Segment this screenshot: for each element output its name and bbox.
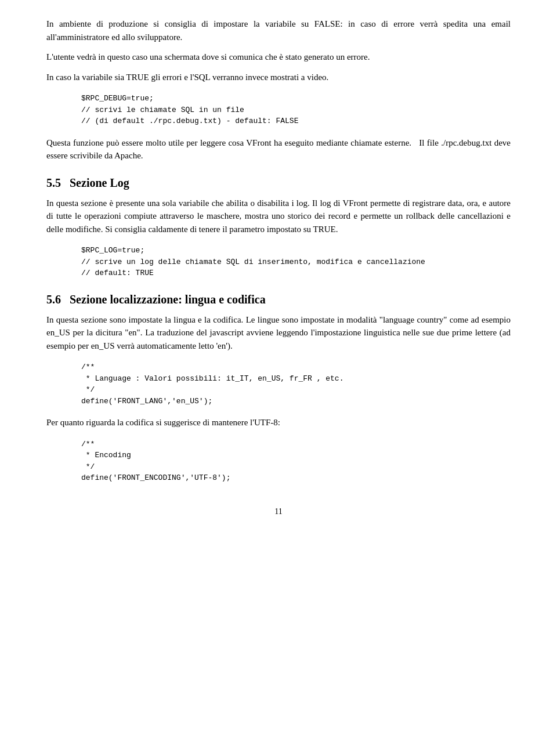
code-block-2: $RPC_LOG=true; // scrive un log delle ch…: [81, 245, 511, 279]
paragraph-1: In ambiente di produzione si consiglia d…: [46, 17, 511, 44]
page-content: In ambiente di produzione si consiglia d…: [0, 0, 557, 756]
paragraph-4: Questa funzione può essere molto utile p…: [46, 136, 511, 162]
section-56-heading: 5.6 Sezione localizzazione: lingua e cod…: [46, 293, 511, 306]
section-55-number: 5.5: [46, 176, 61, 189]
paragraph-6: In questa sezione sono impostate la ling…: [46, 313, 511, 353]
paragraph-7: Per quanto riguarda la codifica si sugge…: [46, 416, 511, 429]
paragraph-2: L'utente vedrà in questo caso una scherm…: [46, 50, 511, 64]
section-56-title: Sezione localizzazione: lingua e codific…: [70, 293, 266, 306]
section-56-number: 5.6: [46, 293, 61, 306]
section-55-heading: 5.5 Sezione Log: [46, 176, 511, 190]
code-block-1: $RPC_DEBUG=true; // scrivi le chiamate S…: [81, 93, 511, 127]
page-number: 11: [46, 507, 511, 516]
paragraph-4-text-a: Questa funzione può essere molto utile p…: [46, 138, 411, 147]
code-block-3: /** * Language : Valori possibili: it_IT…: [81, 361, 511, 407]
code-block-4: /** * Encoding */ define('FRONT_ENCODING…: [81, 439, 511, 484]
section-55-title: Sezione Log: [70, 176, 129, 189]
paragraph-5: In questa sezione è presente una sola va…: [46, 197, 511, 236]
paragraph-3: In caso la variabile sia TRUE gli errori…: [46, 71, 511, 84]
